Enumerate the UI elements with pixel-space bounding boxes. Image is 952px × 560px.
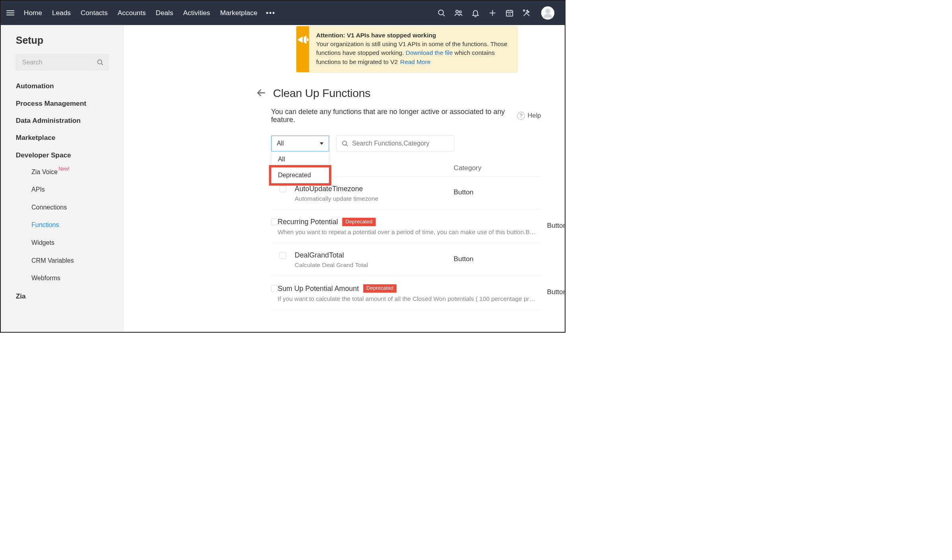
nav-deals[interactable]: Deals: [156, 9, 173, 17]
sidebar-group-data[interactable]: Data Administration: [16, 116, 109, 124]
devspace-subitems: Zia VoiceNew! APIs Connections Functions…: [16, 169, 109, 293]
sidebar-item-zia-voice[interactable]: Zia VoiceNew!: [31, 169, 109, 176]
nav-leads[interactable]: Leads: [52, 9, 71, 17]
sidebar-search-input[interactable]: [16, 54, 109, 70]
svg-line-14: [101, 64, 103, 65]
search-icon: [342, 140, 349, 147]
fn-category: Button: [547, 284, 565, 296]
sidebar-group-automation[interactable]: Automation: [16, 82, 109, 90]
filter-selected: All: [277, 140, 284, 147]
help-icon: ?: [517, 112, 525, 120]
megaphone-icon: [296, 26, 309, 72]
back-arrow-icon[interactable]: [256, 87, 268, 99]
table-row: Recurring PotentialDeprecated When you w…: [271, 209, 541, 243]
fn-desc: If you want to calculate the total amoun…: [278, 295, 538, 302]
svg-line-17: [346, 145, 348, 146]
fn-desc: When you want to repeat a potential over…: [278, 229, 538, 236]
sidebar-item-webforms[interactable]: Webforms: [31, 275, 109, 282]
page-subtitle: You can delete any functions that are no…: [271, 108, 517, 124]
svg-point-11: [523, 10, 525, 11]
people-icon[interactable]: [454, 8, 463, 17]
svg-point-12: [546, 9, 550, 14]
svg-point-13: [98, 60, 102, 64]
nav-contacts[interactable]: Contacts: [81, 9, 108, 17]
sidebar-group-process[interactable]: Process Management: [16, 99, 109, 107]
functions-table: Category AutoUpdateTimezone Automaticall…: [271, 164, 541, 310]
function-search-input[interactable]: [336, 136, 455, 151]
deprecated-badge: Deprecated: [363, 284, 396, 293]
nav-home[interactable]: Home: [24, 9, 42, 17]
search-icon[interactable]: [437, 8, 446, 17]
calendar-icon[interactable]: 31: [505, 8, 514, 17]
sidebar-item-apis[interactable]: APIs: [31, 186, 109, 193]
table-row: DealGrandTotal Calculate Deal Grand Tota…: [271, 243, 541, 276]
row-checkbox[interactable]: [280, 186, 286, 192]
fn-category: Button: [547, 218, 565, 229]
filter-option-deprecated[interactable]: Deprecated: [272, 167, 329, 183]
sidebar-item-widgets[interactable]: Widgets: [31, 239, 109, 246]
setup-title: Setup: [16, 35, 109, 47]
row-checkbox[interactable]: [271, 219, 278, 225]
alert-title: Attention: V1 APIs have stopped working: [316, 32, 436, 39]
alert-banner: Attention: V1 APIs have stopped working …: [296, 26, 518, 72]
svg-point-16: [343, 141, 347, 145]
svg-point-2: [456, 10, 458, 13]
download-file-link[interactable]: Download the file: [406, 49, 453, 56]
svg-point-3: [459, 11, 461, 13]
fn-category: Button: [454, 251, 541, 263]
row-checkbox[interactable]: [271, 285, 278, 292]
read-more-link[interactable]: Read More: [400, 58, 430, 66]
help-link[interactable]: ? Help: [517, 112, 541, 120]
fn-name[interactable]: Sum Up Potential Amount: [278, 285, 359, 293]
fn-desc: Automatically update timezone: [295, 195, 444, 202]
nav-items: Home Leads Contacts Accounts Deals Activ…: [24, 9, 257, 17]
nav-icons: 31: [437, 6, 554, 19]
bell-icon[interactable]: [471, 8, 480, 17]
function-search[interactable]: [336, 136, 455, 151]
sidebar-group-devspace[interactable]: Developer Space: [16, 151, 109, 159]
alert-body: Attention: V1 APIs have stopped working …: [309, 26, 517, 72]
svg-point-0: [439, 10, 443, 15]
nav-marketplace[interactable]: Marketplace: [220, 9, 257, 17]
plus-icon[interactable]: [488, 8, 497, 17]
chevron-down-icon: [320, 142, 324, 145]
svg-text:31: 31: [508, 13, 511, 16]
hamburger-icon[interactable]: [6, 9, 14, 17]
filter-option-all[interactable]: All: [272, 151, 329, 167]
tools-icon[interactable]: [522, 8, 531, 17]
sidebar-search[interactable]: [16, 54, 109, 70]
fn-name[interactable]: Recurring Potential: [278, 218, 338, 226]
sidebar: Setup Automation Process Management Data…: [1, 25, 124, 332]
fn-name[interactable]: AutoUpdateTimezone: [295, 184, 363, 192]
search-icon: [97, 59, 104, 66]
nav-accounts[interactable]: Accounts: [118, 9, 146, 17]
fn-desc: Calculate Deal Grand Total: [295, 262, 444, 269]
row-checkbox[interactable]: [280, 252, 286, 259]
sidebar-group-marketplace[interactable]: Marketplace: [16, 134, 109, 142]
nav-activities[interactable]: Activities: [183, 9, 210, 17]
avatar[interactable]: [541, 6, 554, 19]
deprecated-badge: Deprecated: [342, 218, 376, 226]
svg-line-1: [443, 14, 445, 16]
new-badge: New!: [58, 167, 69, 172]
sidebar-group-zia[interactable]: Zia: [16, 292, 109, 300]
more-icon[interactable]: •••: [266, 9, 276, 17]
sidebar-item-crm-variables[interactable]: CRM Variables: [31, 257, 109, 264]
th-category: Category: [454, 164, 541, 172]
filter-select[interactable]: All: [271, 136, 329, 151]
filter-dropdown: All Deprecated: [271, 151, 329, 183]
sidebar-item-functions[interactable]: Functions: [31, 221, 109, 229]
sidebar-item-connections[interactable]: Connections: [31, 204, 109, 211]
page-title: Clean Up Functions: [273, 87, 371, 100]
fn-category: Button: [454, 184, 541, 196]
table-row: Sum Up Potential AmountDeprecated If you…: [271, 276, 541, 310]
top-nav: Home Leads Contacts Accounts Deals Activ…: [1, 1, 565, 25]
fn-name[interactable]: DealGrandTotal: [295, 251, 344, 259]
main-area: Attention: V1 APIs have stopped working …: [124, 25, 565, 332]
help-label: Help: [528, 112, 541, 119]
